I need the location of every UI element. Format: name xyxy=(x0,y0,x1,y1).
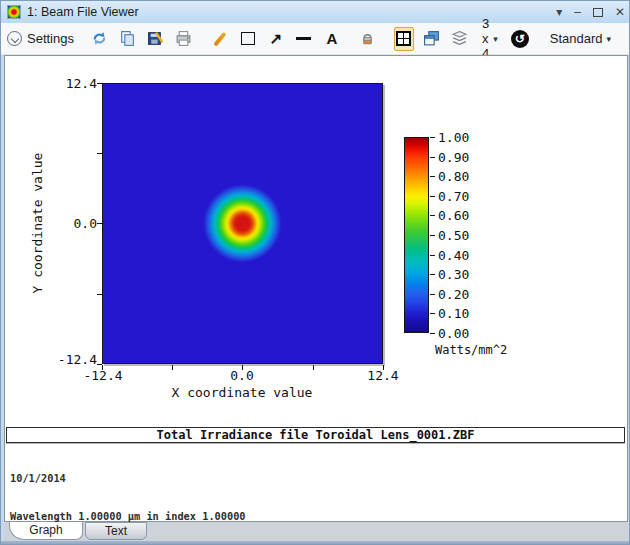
colorbar-tick xyxy=(430,176,435,177)
colorbar-label: 1.00 xyxy=(438,130,469,145)
colorbar-tick xyxy=(430,235,435,236)
close-icon[interactable]: ✕ xyxy=(615,1,625,23)
refresh-button[interactable] xyxy=(90,27,110,51)
graph-panel: Y coordinate value 12.4 0.0 -12.4 -12.4 … xyxy=(4,55,628,522)
colorbar-label: 0.70 xyxy=(438,189,469,204)
draw-line-annotation-button[interactable] xyxy=(210,27,230,51)
tab-bar: Graph Text xyxy=(4,522,628,541)
lamp-icon xyxy=(359,30,376,47)
layers-icon xyxy=(451,30,468,47)
print-button[interactable] xyxy=(174,27,194,51)
colorbar-unit-label: Watts/mm^2 xyxy=(435,343,507,357)
fit-window-button[interactable] xyxy=(394,27,414,51)
y-tick-label: 0.0 xyxy=(37,216,97,231)
save-icon xyxy=(147,30,164,47)
lamp-button[interactable] xyxy=(358,27,378,51)
tab-text[interactable]: Text xyxy=(85,522,147,540)
text-tool-icon: A xyxy=(327,30,338,47)
toolbar: Settings xyxy=(1,23,630,55)
x-tick-mark xyxy=(172,365,173,370)
x-tick-label: 0.0 xyxy=(220,368,264,383)
y-tick-label: 12.4 xyxy=(37,76,97,91)
colorbar-label: 0.00 xyxy=(438,326,469,341)
save-button[interactable] xyxy=(146,27,166,51)
colorbar-label: 0.90 xyxy=(438,150,469,165)
settings-button[interactable]: Settings xyxy=(7,31,74,46)
chevron-down-icon: ▾ xyxy=(607,34,612,44)
rectangle-icon xyxy=(241,32,255,45)
chart-title: Total Irradiance file Toroidal Lens_0001… xyxy=(6,427,625,443)
colorbar-tick xyxy=(430,255,435,256)
y-tick-mark xyxy=(97,83,102,84)
copy-button[interactable] xyxy=(118,27,138,51)
y-tick-mark xyxy=(97,294,102,295)
colorbar-label: 0.30 xyxy=(438,267,469,282)
settings-chevron-icon xyxy=(7,31,22,46)
add-text-button[interactable]: A xyxy=(322,27,342,51)
info-line-wavelength: Wavelength 1.00000 µm in index 1.00000 xyxy=(10,510,624,523)
x-tick-mark xyxy=(313,365,314,370)
beam-viewer-app-icon xyxy=(7,5,21,19)
colorbar-tick xyxy=(430,313,435,314)
standard-dropdown-value: Standard xyxy=(550,31,603,46)
draw-rectangle-button[interactable] xyxy=(238,27,258,51)
colorbar-label: 0.50 xyxy=(438,228,469,243)
beam-file-viewer-window: 1: Beam File Viewer ▾ – ✕ Settings xyxy=(0,0,630,545)
title-bar: 1: Beam File Viewer ▾ – ✕ xyxy=(1,1,630,23)
colorbar-tick xyxy=(430,137,435,138)
colorbar-tick xyxy=(430,196,435,197)
x-tick-label: 12.4 xyxy=(361,368,405,383)
colorbar-tick xyxy=(430,294,435,295)
window-menu-icon[interactable]: ▾ xyxy=(556,1,562,23)
beam-irradiance-plot xyxy=(102,83,383,364)
print-icon xyxy=(175,30,192,47)
cascade-windows-icon xyxy=(423,30,440,47)
y-tick-label: -12.4 xyxy=(37,352,97,367)
standard-dropdown[interactable]: Standard ▾ xyxy=(546,31,615,46)
colorbar-label: 0.20 xyxy=(438,287,469,302)
arrow-icon: ↗ xyxy=(270,31,283,46)
draw-arrow-button[interactable]: ↗ xyxy=(266,27,286,51)
tab-graph[interactable]: Graph xyxy=(9,522,83,540)
minimize-icon[interactable]: – xyxy=(574,1,581,23)
colorbar-tick xyxy=(430,274,435,275)
pencil-icon xyxy=(214,31,227,46)
colorbar-label: 0.40 xyxy=(438,248,469,263)
settings-label: Settings xyxy=(27,31,74,46)
x-tick-label: -12.4 xyxy=(81,368,125,383)
copy-icon xyxy=(119,30,136,47)
window-controls: ▾ – ✕ xyxy=(556,1,625,23)
layers-button[interactable] xyxy=(450,27,470,51)
colorbar-label: 0.60 xyxy=(438,208,469,223)
window-title: 1: Beam File Viewer xyxy=(27,5,139,19)
refresh-icon xyxy=(91,30,108,47)
clone-window-button[interactable] xyxy=(422,27,442,51)
colorbar-tick xyxy=(430,157,435,158)
fit-window-icon xyxy=(396,31,411,46)
draw-line-button[interactable] xyxy=(294,27,314,51)
chevron-down-icon: ▾ xyxy=(493,34,498,44)
line-icon xyxy=(296,37,311,40)
maximize-icon[interactable] xyxy=(593,8,603,17)
colorbar-tick xyxy=(430,333,435,334)
colorbar-tick xyxy=(430,215,435,216)
reset-icon: ↺ xyxy=(511,30,529,48)
colorbar xyxy=(404,137,429,333)
y-tick-mark xyxy=(97,223,102,224)
colorbar-label: 0.10 xyxy=(438,306,469,321)
window-bottom-border xyxy=(1,541,630,545)
reset-zoom-button[interactable]: ↺ xyxy=(510,27,530,51)
colorbar-label: 0.80 xyxy=(438,169,469,184)
info-line-date: 10/1/2014 xyxy=(10,472,624,485)
y-tick-mark xyxy=(97,153,102,154)
x-axis-title: X coordinate value xyxy=(142,385,342,400)
